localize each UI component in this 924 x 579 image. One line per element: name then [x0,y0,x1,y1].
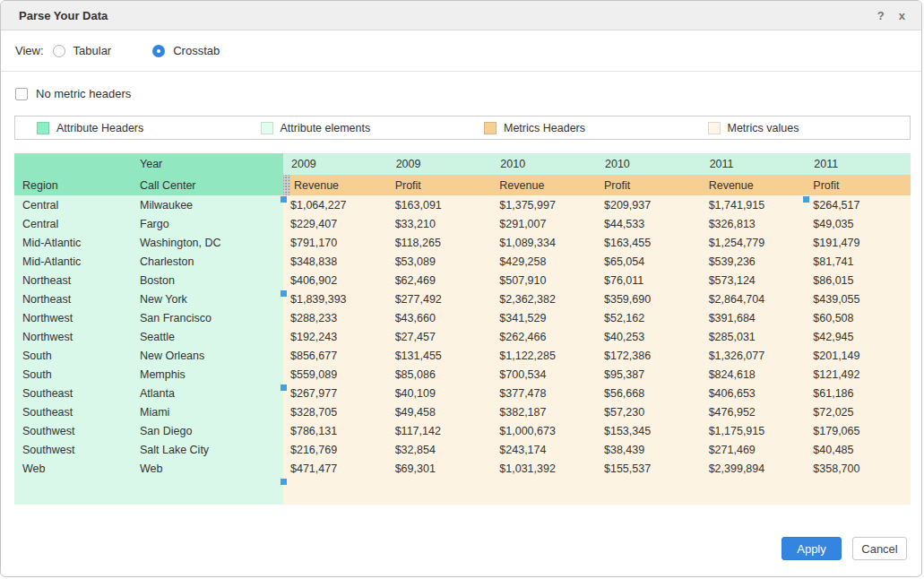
metric-value-cell[interactable]: $69,301 [388,459,493,478]
metric-value-cell[interactable]: $348,838 [283,252,388,271]
metric-value-cell[interactable]: $382,187 [492,402,597,421]
radio-option-crosstab[interactable]: Crosstab [152,44,220,57]
metric-value-cell[interactable]: $81,741 [806,252,911,271]
call-center-cell[interactable]: Boston [132,271,283,290]
metric-value-cell[interactable]: $277,492 [388,290,493,308]
metric-value-cell[interactable]: $42,945 [806,327,911,346]
metric-value-cell[interactable]: $121,492 [806,365,911,384]
metric-value-cell[interactable]: $61,186 [806,384,911,402]
metric-value-cell[interactable]: $391,684 [702,308,807,327]
metric-value-cell[interactable]: $359,690 [597,290,702,308]
metric-value-cell[interactable]: $72,025 [806,402,911,421]
metric-value-cell[interactable]: $1,031,392 [492,459,597,478]
metric-value-cell[interactable]: $60,508 [806,308,911,327]
metric-value-cell[interactable]: $1,741,915 [702,195,807,214]
region-cell[interactable]: Southwest [14,421,132,440]
call-center-cell[interactable]: Salt Lake City [132,440,283,459]
metric-value-cell[interactable]: $33,210 [388,214,493,233]
metric-value-cell[interactable]: $27,457 [388,327,493,346]
region-cell[interactable]: Northeast [14,271,132,290]
metric-value-cell[interactable]: $179,065 [806,421,911,440]
metric-value-cell[interactable]: $2,362,382 [492,290,597,308]
call-center-cell[interactable]: Web [132,459,283,478]
metric-value-cell[interactable]: $539,236 [702,252,807,271]
metric-value-cell[interactable]: $216,769 [283,440,388,459]
metric-value-cell[interactable]: $192,243 [283,327,388,346]
call-center-cell[interactable]: Washington, DC [132,233,283,252]
metric-value-cell[interactable]: $1,122,285 [492,346,597,365]
metric-value-cell[interactable]: $117,142 [388,421,493,440]
metric-value-cell[interactable]: $229,407 [283,214,388,233]
metric-value-cell[interactable]: $52,162 [597,308,702,327]
metric-value-cell[interactable]: $786,131 [283,421,388,440]
metric-value-cell[interactable]: $38,439 [597,440,702,459]
year-header-cell[interactable]: 2009 [283,153,388,175]
metric-value-cell[interactable]: $44,533 [597,214,702,233]
metric-value-cell[interactable]: $1,254,779 [702,233,807,252]
metric-value-cell[interactable]: $153,345 [597,421,702,440]
year-header-cell[interactable]: 2010 [492,153,597,175]
region-cell[interactable]: Mid-Atlantic [14,252,132,271]
metric-value-cell[interactable]: $326,813 [702,214,807,233]
parse-marker[interactable] [281,290,287,297]
region-cell[interactable]: Northwest [14,327,132,346]
year-header-cell[interactable]: 2010 [597,153,702,175]
metric-value-cell[interactable]: $406,653 [702,384,807,402]
region-cell[interactable]: Mid-Atlantic [14,233,132,252]
metric-value-cell[interactable]: $65,054 [597,252,702,271]
region-cell[interactable]: Web [14,459,132,478]
metric-value-cell[interactable]: $62,469 [388,271,493,290]
metric-value-cell[interactable]: $243,174 [492,440,597,459]
region-cell[interactable]: Central [14,214,132,233]
metric-value-cell[interactable]: $57,230 [597,402,702,421]
drag-grip-icon[interactable] [283,175,290,195]
metric-value-cell[interactable]: $1,089,334 [492,233,597,252]
metric-value-cell[interactable]: $267,977 [283,384,388,402]
metric-value-cell[interactable]: $49,458 [388,402,493,421]
metric-value-cell[interactable]: $2,399,894 [702,459,807,478]
attribute-header-region[interactable]: Region [14,175,132,195]
call-center-cell[interactable]: Miami [132,402,283,421]
metric-value-cell[interactable]: $264,517 [806,195,911,214]
attribute-header-blank[interactable] [14,153,132,175]
region-cell[interactable]: South [14,346,132,365]
metric-value-cell[interactable]: $377,478 [492,384,597,402]
metric-value-cell[interactable]: $262,466 [492,327,597,346]
apply-button[interactable]: Apply [782,537,842,560]
metric-value-cell[interactable]: $163,455 [597,233,702,252]
parse-marker[interactable] [803,196,809,203]
metric-value-cell[interactable]: $1,375,997 [492,195,597,214]
call-center-cell[interactable]: New Orleans [132,346,283,365]
metric-value-cell[interactable]: $40,485 [806,440,911,459]
call-center-cell[interactable]: Fargo [132,214,283,233]
call-center-cell[interactable]: San Diego [132,421,283,440]
call-center-cell[interactable]: San Francisco [132,308,283,327]
metric-value-cell[interactable]: $573,124 [702,271,807,290]
metric-value-cell[interactable]: $49,035 [806,214,911,233]
metric-value-cell[interactable]: $1,175,915 [702,421,807,440]
radio-icon-tabular[interactable] [53,45,65,57]
parse-marker[interactable] [281,385,287,391]
metric-value-cell[interactable]: $118,265 [388,233,493,252]
metric-value-cell[interactable]: $86,015 [806,271,911,290]
metric-value-cell[interactable]: $85,086 [388,365,493,384]
metric-value-cell[interactable]: $40,253 [597,327,702,346]
region-cell[interactable]: Northeast [14,290,132,308]
metric-value-cell[interactable]: $824,618 [702,365,807,384]
metric-value-cell[interactable]: $358,700 [806,459,911,478]
radio-option-tabular[interactable]: Tabular [53,44,112,57]
metric-value-cell[interactable]: $172,386 [597,346,702,365]
metric-value-cell[interactable]: $43,660 [388,308,493,327]
metric-value-cell[interactable]: $559,089 [283,365,388,384]
metric-value-cell[interactable]: $32,854 [388,440,493,459]
metric-value-cell[interactable]: $1,839,393 [283,290,388,308]
metric-header-cell[interactable]: Revenue [283,175,388,195]
region-cell[interactable]: Southeast [14,402,132,421]
metric-value-cell[interactable]: $95,387 [597,365,702,384]
region-cell[interactable]: Southeast [14,384,132,402]
metric-value-cell[interactable]: $2,864,704 [702,290,807,308]
year-header-cell[interactable]: 2011 [702,153,807,175]
call-center-cell[interactable]: Memphis [132,365,283,384]
metric-header-cell[interactable]: Revenue [492,175,597,195]
attribute-header-year[interactable]: Year [132,153,283,175]
